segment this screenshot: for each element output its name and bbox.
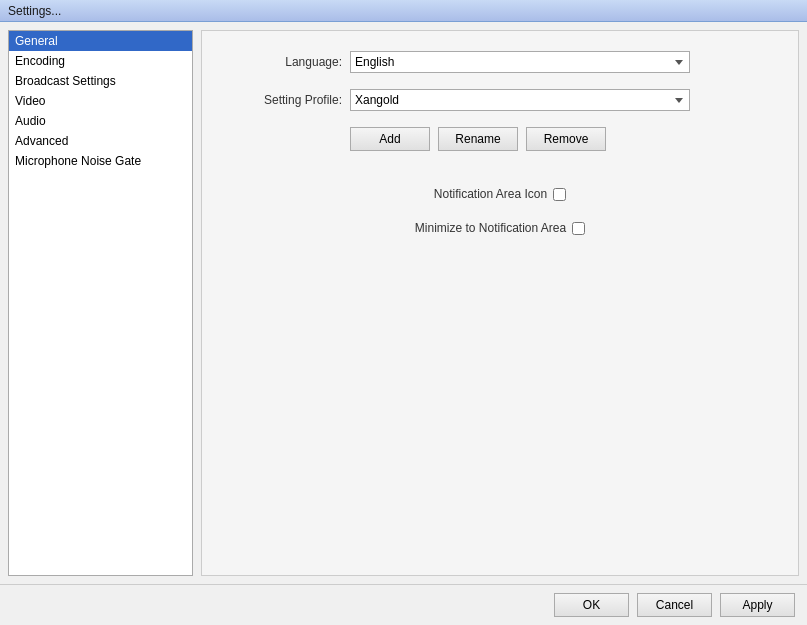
language-label: Language: — [232, 55, 342, 69]
minimize-to-notification-row: Minimize to Notification Area — [232, 221, 768, 235]
profile-button-row: Add Rename Remove — [350, 127, 768, 151]
notification-area-icon-row: Notification Area Icon — [232, 187, 768, 201]
language-select[interactable]: EnglishFrenchGermanSpanishJapanese — [350, 51, 690, 73]
language-select-wrapper: EnglishFrenchGermanSpanishJapanese — [350, 51, 690, 73]
sidebar-item-advanced[interactable]: Advanced — [9, 131, 192, 151]
ok-button[interactable]: OK — [554, 593, 629, 617]
sidebar-item-video[interactable]: Video — [9, 91, 192, 111]
setting-profile-select[interactable]: XangoldDefault — [350, 89, 690, 111]
dialog-body: GeneralEncodingBroadcast SettingsVideoAu… — [0, 22, 807, 625]
notification-area-icon-label: Notification Area Icon — [434, 187, 547, 201]
dialog-content: GeneralEncodingBroadcast SettingsVideoAu… — [0, 22, 807, 584]
notification-area-icon-checkbox[interactable] — [553, 188, 566, 201]
minimize-to-notification-label: Minimize to Notification Area — [415, 221, 566, 235]
setting-profile-select-wrapper: XangoldDefault — [350, 89, 690, 111]
sidebar-item-broadcast-settings[interactable]: Broadcast Settings — [9, 71, 192, 91]
cancel-button[interactable]: Cancel — [637, 593, 712, 617]
language-row: Language: EnglishFrenchGermanSpanishJapa… — [232, 51, 768, 73]
title-bar-text: Settings... — [8, 4, 61, 18]
sidebar-item-encoding[interactable]: Encoding — [9, 51, 192, 71]
main-panel: Language: EnglishFrenchGermanSpanishJapa… — [201, 30, 799, 576]
sidebar-item-audio[interactable]: Audio — [9, 111, 192, 131]
setting-profile-label: Setting Profile: — [232, 93, 342, 107]
title-bar: Settings... — [0, 0, 807, 22]
minimize-to-notification-checkbox[interactable] — [572, 222, 585, 235]
sidebar: GeneralEncodingBroadcast SettingsVideoAu… — [8, 30, 193, 576]
sidebar-item-microphone-noise-gate[interactable]: Microphone Noise Gate — [9, 151, 192, 171]
remove-button[interactable]: Remove — [526, 127, 606, 151]
sidebar-item-general[interactable]: General — [9, 31, 192, 51]
setting-profile-row: Setting Profile: XangoldDefault — [232, 89, 768, 111]
apply-button[interactable]: Apply — [720, 593, 795, 617]
rename-button[interactable]: Rename — [438, 127, 518, 151]
notification-section: Notification Area Icon Minimize to Notif… — [232, 177, 768, 235]
dialog-footer: OK Cancel Apply — [0, 584, 807, 625]
add-button[interactable]: Add — [350, 127, 430, 151]
